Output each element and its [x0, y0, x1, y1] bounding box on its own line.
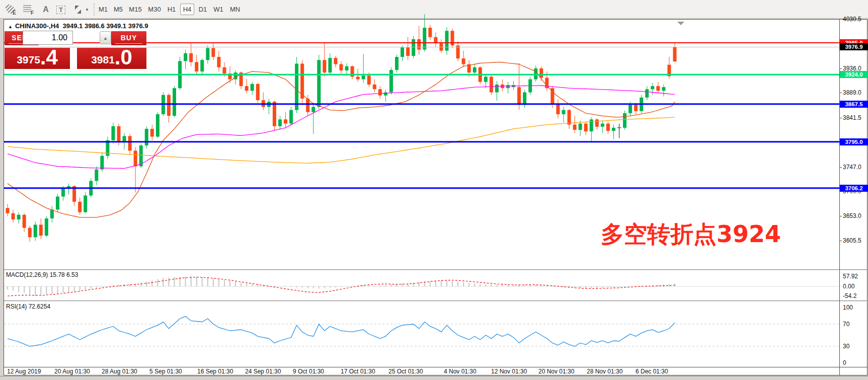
price-tag-3976.9[interactable]: 3976.9 — [840, 43, 868, 50]
volume-increase-button[interactable]: ▲ — [100, 31, 111, 44]
rsi-tick-100: 100 — [843, 304, 868, 311]
date-label: 17 Oct 01:30 — [341, 368, 375, 375]
macd-tick--54.2: -54.2 — [843, 292, 868, 299]
buy-price-display[interactable]: 3981.0 — [77, 48, 146, 69]
objects-dropdown-caret-icon[interactable]: ▼ — [84, 3, 91, 16]
price-tick-3605.5: 3605.5 — [843, 237, 868, 244]
macd-tick-0.00: 0.00 — [843, 283, 868, 290]
timeframe-button-w1[interactable]: W1 — [211, 4, 225, 15]
timeframe-button-m5[interactable]: M5 — [112, 4, 125, 15]
date-label: 9 Oct 01:30 — [293, 368, 324, 375]
macd-label: MACD(12,26,9) 15.78 6.53 — [6, 271, 78, 278]
macd-panel-canvas[interactable] — [4, 271, 839, 300]
price-tick-3841.5: 3841.5 — [843, 114, 868, 121]
window-bottom-edge — [0, 376, 868, 380]
chart-window[interactable]: ▲CHINA300-,H4 3949.1 3986.6 3949.1 3976.… — [4, 19, 867, 375]
one-click-trade-panel: SELL ▼ ▲ BUY 3975.4 3981.0 — [5, 30, 151, 80]
price-tag-3706.2[interactable]: 3706.2 — [840, 185, 868, 192]
indicators-hatch-e-icon[interactable]: E — [3, 3, 18, 16]
price-tick-4030.5: 4030.5 — [843, 16, 868, 23]
axis-tick-mark — [839, 118, 842, 118]
rsi-label: RSI(14) 72.6254 — [6, 303, 50, 310]
axis-tick-mark — [839, 167, 842, 168]
price-tick-3889.0: 3889.0 — [843, 89, 868, 96]
macd-tick-57.92: 57.92 — [843, 273, 868, 280]
date-label: 20 Aug 01:30 — [54, 368, 90, 375]
ohlc-values: 3949.1 3986.6 3949.1 3976.9 — [63, 22, 148, 30]
chart-text-annotation[interactable]: 多空转折点3924 — [601, 219, 781, 250]
timeframe-button-d1[interactable]: D1 — [196, 4, 209, 15]
svg-text:E: E — [13, 10, 16, 16]
time-axis-line — [4, 367, 867, 367]
axis-tick-mark — [839, 93, 842, 93]
application-window: E F A T ▼ M1M5M15M30H1H4D1W1MN — [0, 0, 868, 380]
timeframe-button-m1[interactable]: M1 — [97, 4, 110, 15]
text-label-a-icon[interactable]: A — [39, 3, 52, 16]
chart-title: ▲CHINA300-,H4 3949.1 3986.6 3949.1 3976.… — [8, 22, 148, 30]
timeframe-button-mn[interactable]: MN — [227, 4, 243, 15]
axis-tick-mark — [839, 19, 842, 20]
timeframe-button-m15[interactable]: M15 — [127, 4, 144, 15]
date-label: 6 Dec 01:30 — [636, 368, 668, 375]
date-label: 12 Aug 2019 — [7, 368, 41, 375]
price-tick-3653.0: 3653.0 — [843, 212, 868, 219]
axis-tick-mark — [839, 216, 842, 216]
volume-input[interactable] — [23, 31, 73, 45]
timeframe-button-m30[interactable]: M30 — [146, 4, 163, 15]
timeframe-button-h1[interactable]: H1 — [165, 4, 178, 15]
price-tag-3867.5[interactable]: 3867.5 — [840, 101, 868, 108]
collapse-triangle-icon[interactable]: ▲ — [8, 24, 13, 29]
price-tag-3924.0[interactable]: 3924.0 — [840, 71, 868, 78]
date-label: 28 Aug 01:30 — [102, 368, 137, 375]
textbox-t-icon[interactable]: T — [54, 3, 67, 16]
axis-tick-mark — [839, 68, 842, 69]
rsi-tick-30: 30 — [843, 343, 868, 350]
date-label: 25 Oct 01:30 — [388, 368, 423, 375]
arrows-objects-icon[interactable] — [71, 3, 85, 16]
sell-price-display[interactable]: 3975.4 — [5, 48, 70, 69]
grid-f-icon[interactable]: F — [21, 3, 36, 16]
date-label: 12 Nov 01:30 — [491, 368, 527, 375]
symbol-period-label: CHINA300-,H4 — [15, 22, 59, 30]
rsi-panel-canvas[interactable] — [4, 302, 839, 367]
chart-shift-marker-icon[interactable] — [677, 22, 684, 25]
rsi-tick-0: 0 — [843, 359, 868, 366]
buy-button[interactable]: BUY — [111, 31, 146, 45]
date-label: 24 Sep 01:30 — [245, 368, 281, 375]
toolbar-separator — [94, 4, 96, 16]
timeframe-button-h4[interactable]: H4 — [180, 4, 194, 15]
date-label: 5 Sep 01:30 — [149, 368, 182, 375]
rsi-tick-70: 70 — [843, 321, 868, 328]
price-tag-3795.0[interactable]: 3795.0 — [840, 138, 868, 145]
date-label: 20 Nov 01:30 — [538, 368, 574, 375]
svg-text:F: F — [31, 10, 34, 16]
axis-tick-mark — [839, 241, 842, 241]
date-label: 16 Sep 01:30 — [197, 368, 233, 375]
toolbar: E F A T ▼ M1M5M15M30H1H4D1W1MN — [0, 0, 868, 19]
date-label: 28 Nov 01:30 — [587, 368, 622, 375]
window-left-edge — [0, 19, 4, 380]
price-tick-3747.0: 3747.0 — [843, 164, 868, 171]
date-label: 4 Nov 01:30 — [444, 368, 477, 375]
